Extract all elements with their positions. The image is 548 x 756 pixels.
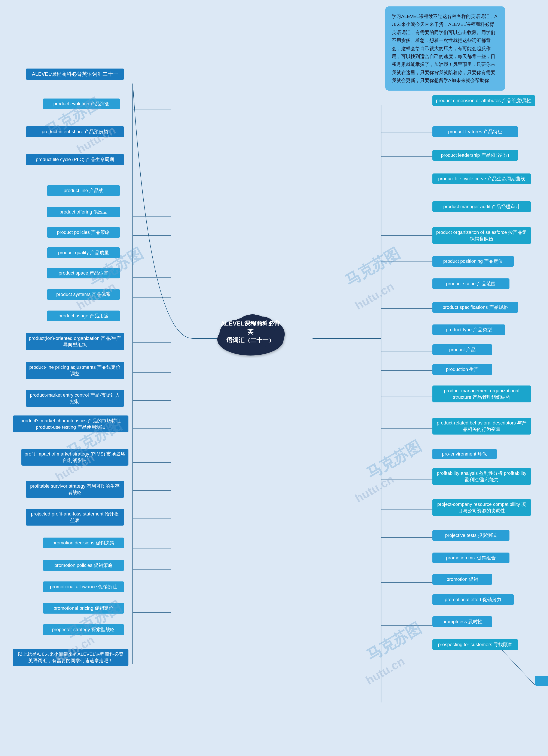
left-node-10: product usage 产品用途 <box>47 311 120 321</box>
left-node-7: product quality 产品质量 <box>47 247 120 258</box>
right-node-14: product-related behavioral descriptors 与… <box>432 418 531 435</box>
left-node-14: product's market characteristics 产品的市场特征… <box>13 415 129 432</box>
info-box: 学习ALEVEL课程续不过这各种各样的英语词汇，A加未来小编今天带来干货，ALE… <box>385 6 505 91</box>
right-node-1: product dimension or attributes 产品维度/属性 <box>432 95 535 106</box>
left-node-6: product policies 产品策略 <box>47 227 120 238</box>
left-node-4: product line 产品线 <box>47 185 120 196</box>
right-node-2: product features 产品特征 <box>432 126 518 137</box>
left-node-2: product intent share 产品预份额 <box>26 126 124 137</box>
left-node-0: ALEVEL课程商科必背英语词汇二十一 <box>26 69 124 80</box>
right-node-19: promotion mix 促销组合 <box>432 553 509 563</box>
left-node-22: propector strategy 探索型战略 <box>43 624 124 635</box>
watermark-10: hutu.cn <box>352 279 396 313</box>
right-node-23: prospecting for customers 寻找顾客 <box>432 639 518 650</box>
watermark-11: 马克苏图 <box>363 436 425 483</box>
right-node-24: psychographics 心理统计特征 <box>535 676 548 686</box>
right-node-10: product type 产品类型 <box>432 324 505 335</box>
svg-line-50 <box>501 649 535 685</box>
right-node-5: product manager audit 产品经理审计 <box>432 201 531 212</box>
cloud-center: ALEVEL课程商科必背英 语词汇（二十一） <box>210 306 291 358</box>
left-node-13: product-market entry control 产品-市场进入控制 <box>26 390 124 407</box>
right-node-9: product specifications 产品规格 <box>432 302 518 313</box>
right-node-6: product organizaiton of salesforce 按产品组织… <box>432 227 531 244</box>
left-node-15: profit impact of market strategy (PIMS) … <box>21 449 129 466</box>
left-node-1: product evolution 产品演变 <box>43 99 120 109</box>
left-node-11: product(ion)-oriented organization 产品/生产… <box>26 333 124 350</box>
right-node-12: production 生产 <box>432 364 492 375</box>
right-node-13: product-management organizational struct… <box>432 385 531 402</box>
right-node-16: profitability analysis 盈利性分析 profitabili… <box>432 468 531 485</box>
left-node-3: product life cycle (PLC) 产品生命周期 <box>26 154 124 165</box>
watermark-12: hutu.cn <box>352 472 396 505</box>
right-node-22: promptness 及时性 <box>432 616 492 627</box>
left-node-12: product-line pricing adjustments 产品线定价调整 <box>26 362 124 379</box>
left-node-9: product systems 产品体系 <box>47 289 120 300</box>
left-node-20: promotional allowance 促销折让 <box>43 581 124 592</box>
right-node-4: product life cycle curve 产品生命周期曲线 <box>432 173 531 184</box>
left-node-19: promotion policies 促销策略 <box>43 560 124 571</box>
left-node-21: promotional pricing 促销定价 <box>43 603 124 614</box>
info-box-text: 学习ALEVEL课程续不过这各种各样的英语词汇，A加未来小编今天带来干货，ALE… <box>392 14 497 83</box>
right-node-20: promotion 促销 <box>432 574 492 585</box>
left-node-23: 以上就是A加未来小编带来的ALEVEL课程商科必背英语词汇，有需要的同学们速速拿… <box>13 649 129 666</box>
right-node-3: product leadership 产品领导能力 <box>432 150 518 161</box>
watermark-14: hutu.cn <box>363 654 407 687</box>
left-node-18: promotion decisions 促销决策 <box>43 538 124 548</box>
right-node-17: project-company resource compatibillity … <box>432 499 531 516</box>
right-node-18: projective tests 投影测试 <box>432 530 509 541</box>
mind-map: 学习ALEVEL课程续不过这各种各样的英语词汇，A加未来小编今天带来干货，ALE… <box>0 0 548 756</box>
cloud-label: ALEVEL课程商科必背英 语词汇（二十一） <box>221 319 280 345</box>
right-node-11: product 产品 <box>432 344 492 355</box>
right-node-21: promotional effort 促销努力 <box>432 594 514 605</box>
left-node-5: product offering 供应品 <box>47 207 120 217</box>
right-node-7: product positioning 产品定位 <box>432 256 514 267</box>
left-node-16: profitable survivor strategy 有利可图的生存者战略 <box>26 481 124 498</box>
left-node-8: product space 产品位置 <box>47 268 120 278</box>
watermark-9: 马克苏图 <box>341 243 403 291</box>
right-node-8: product scope 产品范围 <box>432 278 509 289</box>
right-node-15: pro-environment 环保 <box>432 449 497 459</box>
left-node-17: projected profit-and-loss statement 预计损益… <box>26 509 124 526</box>
watermark-13: 马克苏图 <box>363 618 425 665</box>
